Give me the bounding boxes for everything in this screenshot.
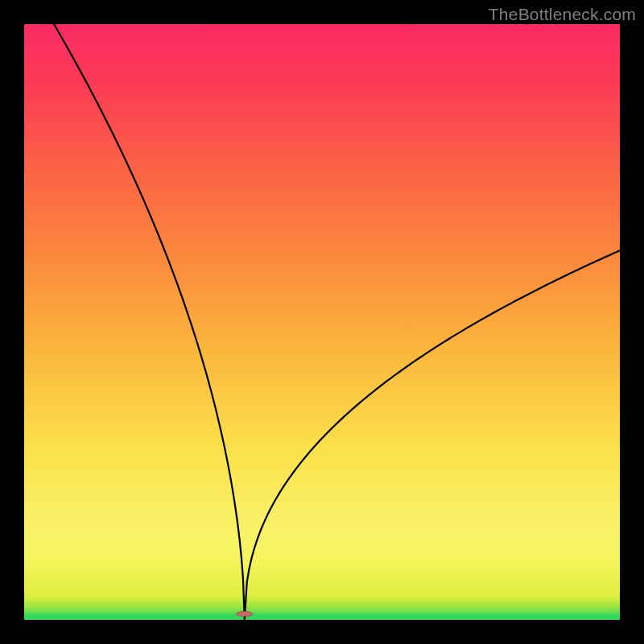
chart-frame: TheBottleneck.com xyxy=(0,0,644,644)
svg-point-0 xyxy=(237,612,253,617)
bottleneck-curve xyxy=(24,24,620,620)
watermark-text: TheBottleneck.com xyxy=(489,5,636,24)
plot-area xyxy=(24,24,620,620)
